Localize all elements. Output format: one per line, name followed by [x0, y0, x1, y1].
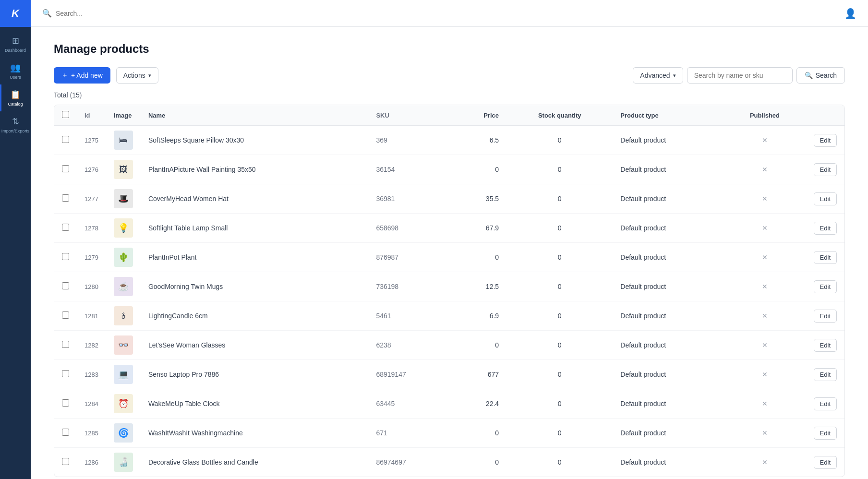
published-x-icon: ✕ — [762, 429, 768, 437]
sidebar-item-users[interactable]: 👥 Users — [0, 58, 31, 84]
search-button[interactable]: 🔍 Search — [796, 67, 845, 84]
actions-label: Actions — [123, 72, 145, 79]
row-checkbox-cell[interactable] — [54, 126, 77, 155]
edit-button[interactable]: Edit — [814, 368, 837, 381]
row-id: 1278 — [77, 214, 106, 243]
row-checkbox[interactable] — [62, 224, 69, 231]
row-id: 1281 — [77, 301, 106, 331]
row-checkbox-cell[interactable] — [54, 155, 77, 184]
total-label: Total — [54, 91, 68, 99]
row-checkbox-cell[interactable] — [54, 301, 77, 331]
row-checkbox[interactable] — [62, 399, 69, 407]
th-select-all[interactable] — [54, 105, 77, 126]
row-id: 1285 — [77, 419, 106, 448]
row-checkbox[interactable] — [62, 165, 69, 172]
sidebar: K ⊞ Dashboard 👥 Users 📋 Catalog ⇅ Import… — [0, 0, 31, 479]
published-x-icon: ✕ — [762, 224, 768, 232]
published-x-icon: ✕ — [762, 195, 768, 203]
main-wrapper: 🔍 👤 Manage products ＋ + Add new Actions … — [31, 0, 868, 479]
sidebar-item-catalog[interactable]: 📋 Catalog — [0, 84, 31, 111]
row-checkbox[interactable] — [62, 429, 69, 436]
product-thumbnail: 🖼 — [114, 160, 133, 179]
row-actions: Edit — [806, 126, 844, 155]
products-table-wrapper: Id Image Name SKU Price Stock quantity P… — [54, 105, 845, 477]
row-type: Default product — [613, 155, 723, 184]
user-avatar-icon[interactable]: 👤 — [844, 8, 856, 19]
row-image: 🌀 — [106, 419, 141, 448]
row-checkbox-cell[interactable] — [54, 419, 77, 448]
edit-button[interactable]: Edit — [814, 192, 837, 205]
row-published: ✕ — [723, 331, 806, 360]
row-stock: 0 — [506, 419, 613, 448]
product-search-input[interactable] — [687, 67, 793, 84]
edit-button[interactable]: Edit — [814, 163, 837, 176]
product-thumbnail: ☕ — [114, 277, 133, 296]
header-search-input[interactable] — [56, 10, 844, 17]
add-new-button[interactable]: ＋ + Add new — [54, 67, 110, 84]
row-image: 🎩 — [106, 184, 141, 214]
row-name: Softlight Table Lamp Small — [141, 214, 369, 243]
row-price: 0 — [451, 243, 506, 272]
row-checkbox-cell[interactable] — [54, 184, 77, 214]
add-new-label: + Add new — [71, 72, 103, 79]
row-stock: 0 — [506, 448, 613, 477]
th-sku: SKU — [368, 105, 451, 126]
row-actions: Edit — [806, 360, 844, 389]
published-x-icon: ✕ — [762, 458, 768, 466]
row-checkbox-cell[interactable] — [54, 243, 77, 272]
row-checkbox[interactable] — [62, 370, 69, 377]
edit-button[interactable]: Edit — [814, 251, 837, 264]
advanced-button[interactable]: Advanced ▾ — [633, 67, 683, 84]
row-checkbox-cell[interactable] — [54, 214, 77, 243]
row-name: SoftSleeps Square Pillow 30x30 — [141, 126, 369, 155]
row-sku: 36154 — [368, 155, 451, 184]
th-actions — [806, 105, 844, 126]
row-image: 🛏 — [106, 126, 141, 155]
row-checkbox[interactable] — [62, 458, 69, 465]
edit-button[interactable]: Edit — [814, 280, 837, 293]
page-title: Manage products — [54, 42, 845, 56]
edit-button[interactable]: Edit — [814, 134, 837, 147]
row-checkbox[interactable] — [62, 136, 69, 143]
row-name: WakeMeUp Table Clock — [141, 389, 369, 419]
row-stock: 0 — [506, 214, 613, 243]
row-published: ✕ — [723, 126, 806, 155]
row-checkbox-cell[interactable] — [54, 360, 77, 389]
sidebar-item-import-exports[interactable]: ⇅ Import/Exports — [0, 111, 31, 138]
row-stock: 0 — [506, 360, 613, 389]
row-name: PlantInPot Plant — [141, 243, 369, 272]
sidebar-item-dashboard[interactable]: ⊞ Dashboard — [0, 31, 31, 58]
edit-button[interactable]: Edit — [814, 310, 837, 323]
row-type: Default product — [613, 243, 723, 272]
select-all-checkbox[interactable] — [62, 111, 69, 118]
row-checkbox-cell[interactable] — [54, 331, 77, 360]
table-row: 1276 🖼 PlantInAPicture Wall Painting 35x… — [54, 155, 844, 184]
row-stock: 0 — [506, 331, 613, 360]
edit-button[interactable]: Edit — [814, 397, 837, 410]
row-price: 22.4 — [451, 389, 506, 419]
edit-button[interactable]: Edit — [814, 456, 837, 469]
actions-button[interactable]: Actions ▾ — [116, 67, 158, 84]
edit-button[interactable]: Edit — [814, 339, 837, 352]
row-checkbox-cell[interactable] — [54, 272, 77, 301]
row-checkbox[interactable] — [62, 341, 69, 348]
sidebar-label-import-exports: Import/Exports — [1, 129, 30, 133]
row-checkbox[interactable] — [62, 282, 69, 289]
row-price: 6.5 — [451, 126, 506, 155]
row-checkbox[interactable] — [62, 253, 69, 260]
row-name: LightingCandle 6cm — [141, 301, 369, 331]
row-checkbox[interactable] — [62, 194, 69, 202]
row-image: ☕ — [106, 272, 141, 301]
table-row: 1283 💻 Senso Laptop Pro 7886 68919147 67… — [54, 360, 844, 389]
edit-button[interactable]: Edit — [814, 427, 837, 440]
edit-button[interactable]: Edit — [814, 222, 837, 235]
row-sku: 369 — [368, 126, 451, 155]
row-type: Default product — [613, 389, 723, 419]
row-checkbox-cell[interactable] — [54, 389, 77, 419]
row-checkbox[interactable] — [62, 311, 69, 319]
row-published: ✕ — [723, 155, 806, 184]
row-checkbox-cell[interactable] — [54, 448, 77, 477]
table-row: 1285 🌀 WashItWashIt Washingmachine 671 0… — [54, 419, 844, 448]
sidebar-logo[interactable]: K — [0, 0, 31, 27]
header-search-icon: 🔍 — [42, 9, 52, 18]
